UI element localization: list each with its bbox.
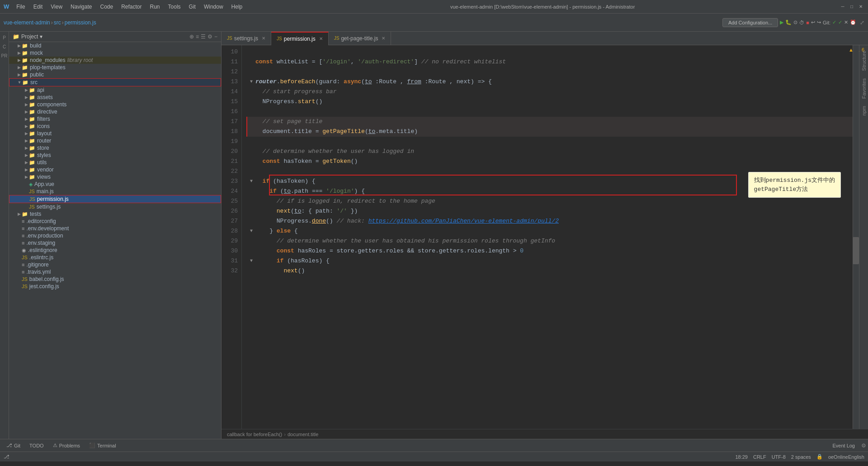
tree-item-settings-js[interactable]: ▶ JS settings.js	[9, 203, 221, 210]
menu-git[interactable]: Git	[185, 3, 199, 11]
bottom-tab-git[interactable]: ⎇ Git	[2, 442, 25, 449]
tree-item-filters[interactable]: ▶ 📁 filters	[9, 115, 221, 123]
tree-item-layout[interactable]: ▶ 📁 layout	[9, 130, 221, 137]
stop-icon[interactable]: ■	[806, 20, 809, 25]
tree-item-eslintrc[interactable]: JS .eslintrc.js	[9, 254, 221, 261]
breadcrumb-file[interactable]: permission.js	[65, 19, 96, 26]
menu-help[interactable]: Help	[228, 3, 246, 11]
git-check2[interactable]: ✓	[838, 19, 842, 25]
menu-view[interactable]: View	[47, 3, 66, 11]
tree-item-babel[interactable]: JS babel.config.js	[9, 276, 221, 283]
tree-item-main-js[interactable]: ▶ JS main.js	[9, 188, 221, 195]
pull-requests-icon[interactable]: PR	[0, 52, 9, 60]
tree-item-src[interactable]: ▼ 📁 src	[9, 78, 221, 86]
scope-icon[interactable]: ⊕	[189, 33, 194, 40]
npm-tab[interactable]: npm	[860, 102, 868, 119]
bottom-tab-problems[interactable]: ⚠ Problems	[48, 442, 85, 449]
debug-icon[interactable]: 🐛	[785, 19, 792, 25]
minimize-button[interactable]: ─	[839, 3, 846, 10]
tree-item-editorconfig[interactable]: ≡ .editorconfig	[9, 218, 221, 225]
tree-item-build[interactable]: ▶ 📁 build	[9, 42, 221, 49]
tree-item-store[interactable]: ▶ 📁 store	[9, 144, 221, 152]
menu-code[interactable]: Code	[96, 3, 117, 11]
scroll-indicator[interactable]	[853, 45, 859, 429]
menu-run[interactable]: Run	[146, 3, 164, 11]
breadcrumb-project[interactable]: vue-element-admin	[4, 19, 50, 26]
profile-icon[interactable]: ⏱	[799, 20, 804, 25]
bottom-tab-todo[interactable]: TODO	[25, 442, 48, 449]
menu-tools[interactable]: Tools	[165, 3, 184, 11]
git-x[interactable]: ✕	[844, 19, 848, 25]
status-encoding[interactable]: UTF-8	[772, 454, 786, 460]
tree-arrow: ▼	[17, 80, 22, 85]
menu-file[interactable]: File	[13, 3, 28, 11]
favorites-tab[interactable]: Favorites	[860, 75, 868, 102]
fold-indicator-23[interactable]: ▼	[247, 176, 255, 186]
close-button[interactable]: ✕	[857, 3, 864, 10]
run-icon[interactable]: ▶	[780, 19, 783, 25]
tree-item-env-dev[interactable]: ≡ .env.development	[9, 225, 221, 232]
project-icon[interactable]: P	[0, 33, 9, 42]
tree-item-app-vue[interactable]: ▶ ◈ App.vue	[9, 181, 221, 188]
add-configuration-button[interactable]: Add Configuration...	[722, 18, 778, 27]
undo-icon[interactable]: ↩	[811, 19, 815, 25]
breadcrumb-src[interactable]: src	[54, 19, 61, 26]
bottom-tab-terminal[interactable]: ⬛ Terminal	[85, 442, 121, 449]
tree-item-utils[interactable]: ▶ 📁 utils	[9, 159, 221, 166]
fold-indicator-28[interactable]: ▼	[247, 226, 255, 236]
settings-icon[interactable]: ⚙	[208, 33, 212, 40]
window-controls: ─ □ ✕	[839, 3, 864, 10]
coverage-icon[interactable]: ⊙	[793, 19, 797, 25]
tab-close-settings[interactable]: ✕	[262, 36, 265, 41]
tree-item-node-modules[interactable]: ▶ 📁 node_modules library root	[9, 57, 221, 64]
tab-get-page-title[interactable]: JS get-page-title.js ✕	[329, 32, 392, 45]
tree-item-plop[interactable]: ▶ 📁 plop-templates	[9, 64, 221, 71]
tree-item-api[interactable]: ▶ 📁 api	[9, 86, 221, 94]
tree-item-components[interactable]: ▶ 📁 components	[9, 101, 221, 108]
tab-permission-js[interactable]: JS permission.js ✕	[271, 32, 329, 45]
tree-item-travis[interactable]: ≡ .travis.yml	[9, 268, 221, 276]
bottom-tab-event-log[interactable]: Event Log	[828, 442, 859, 449]
tree-item-env-staging[interactable]: ≡ .env.staging	[9, 239, 221, 247]
tree-item-directive[interactable]: ▶ 📁 directive	[9, 108, 221, 115]
collapse-icon[interactable]: ≡	[196, 33, 199, 40]
tree-item-icons[interactable]: ▶ 📁 icons	[9, 123, 221, 130]
tree-item-styles[interactable]: ▶ 📁 styles	[9, 152, 221, 159]
code-line-14: // start progress bar	[247, 87, 859, 97]
git-check1[interactable]: ✓	[832, 19, 836, 25]
git-clock[interactable]: ⏰	[850, 19, 856, 25]
fold-indicator-13[interactable]: ▼	[247, 77, 255, 87]
status-gear-button[interactable]: ⚙	[861, 442, 866, 449]
expand-icon[interactable]: ⤢	[860, 19, 864, 26]
tree-item-assets[interactable]: ▶ 📁 assets	[9, 94, 221, 101]
tree-item-jest[interactable]: JS jest.config.js	[9, 283, 221, 290]
code-editor[interactable]: const whiteList = ['/login', '/auth-redi…	[242, 45, 859, 429]
tree-item-gitignore[interactable]: ≡ .gitignore	[9, 261, 221, 268]
tab-settings-js[interactable]: JS settings.js ✕	[222, 32, 271, 45]
status-line-ending[interactable]: CRLF	[753, 454, 766, 460]
tree-item-router[interactable]: ▶ 📁 router	[9, 137, 221, 144]
minimize-panel-icon[interactable]: −	[214, 33, 217, 40]
tree-item-vendor[interactable]: ▶ 📁 vendor	[9, 166, 221, 173]
tab-close-permission[interactable]: ✕	[319, 36, 323, 41]
fold-indicator-31[interactable]: ▼	[247, 256, 255, 266]
menu-navigate[interactable]: Navigate	[67, 3, 95, 11]
status-indent[interactable]: 2 spaces	[791, 454, 811, 460]
filter-icon[interactable]: ☰	[201, 33, 206, 40]
tree-label: public	[30, 71, 44, 78]
maximize-button[interactable]: □	[848, 3, 855, 10]
tree-item-permission-js[interactable]: ▶ JS permission.js	[9, 195, 221, 203]
commit-icon[interactable]: C	[0, 43, 9, 51]
tree-item-views[interactable]: ▶ 📁 views	[9, 173, 221, 181]
tree-item-eslintignore[interactable]: ◉ .eslintignore	[9, 247, 221, 254]
redo-icon[interactable]: ↪	[817, 19, 821, 25]
tree-item-tests[interactable]: ▶ 📁 tests	[9, 210, 221, 218]
tree-item-mock[interactable]: ▶ 📁 mock	[9, 49, 221, 57]
menu-window[interactable]: Window	[200, 3, 227, 11]
menu-edit[interactable]: Edit	[30, 3, 47, 11]
tab-close-gpt[interactable]: ✕	[382, 36, 385, 41]
tree-item-public[interactable]: ▶ 📁 public	[9, 71, 221, 78]
tree-item-env-prod[interactable]: ≡ .env.production	[9, 232, 221, 239]
structure-tab[interactable]: Structure	[860, 47, 868, 75]
menu-refactor[interactable]: Refactor	[118, 3, 145, 11]
